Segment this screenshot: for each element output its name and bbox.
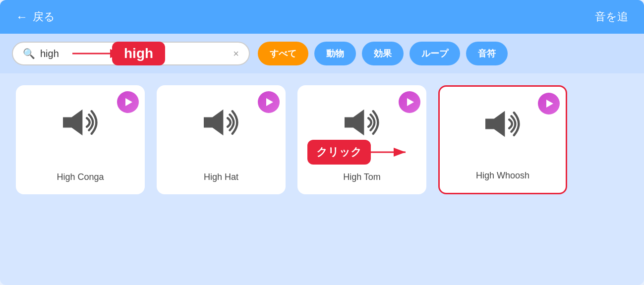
card-label-high-hat: High Hat — [204, 172, 238, 186]
speaker-icon-high-conga — [58, 105, 103, 140]
card-high-conga[interactable]: High Conga — [16, 85, 145, 194]
play-button-high-conga[interactable] — [117, 91, 139, 113]
card-high-tom[interactable]: High Tom クリック — [297, 85, 426, 194]
back-button[interactable]: ← 戻る — [16, 9, 55, 24]
filter-loop[interactable]: ループ — [410, 42, 460, 65]
header-right-text: 音を追 — [595, 9, 628, 24]
speaker-icon-high-tom — [340, 105, 384, 140]
card-high-whoosh[interactable]: High Whoosh — [438, 85, 567, 194]
content-area: High Conga High Hat — [0, 73, 644, 285]
clear-icon[interactable]: × — [233, 48, 239, 59]
play-triangle-icon — [407, 98, 414, 106]
card-high-hat[interactable]: High Hat — [157, 85, 286, 194]
click-tooltip: クリック — [307, 140, 371, 165]
header: ← 戻る 音を追 — [0, 0, 644, 34]
svg-marker-4 — [345, 110, 364, 136]
filter-all[interactable]: すべて — [258, 42, 308, 65]
filter-effects[interactable]: 効果 — [362, 42, 404, 65]
svg-marker-7 — [485, 111, 505, 137]
card-label-high-tom: High Tom — [343, 172, 381, 186]
filter-notes[interactable]: 音符 — [466, 42, 508, 65]
filter-animals[interactable]: 動物 — [314, 42, 356, 65]
svg-marker-3 — [204, 110, 223, 136]
card-label-high-whoosh: High Whoosh — [476, 171, 529, 185]
play-triangle-icon — [546, 100, 553, 108]
card-label-high-conga: High Conga — [57, 172, 104, 186]
back-label: 戻る — [33, 9, 55, 24]
app-container: ← 戻る 音を追 🔍 × high すべて 動物 — [0, 0, 644, 285]
search-box: 🔍 × high — [12, 42, 250, 65]
play-button-high-tom[interactable] — [399, 91, 420, 113]
play-triangle-icon — [266, 98, 273, 106]
click-arrow — [371, 146, 410, 158]
play-triangle-icon — [125, 98, 132, 106]
search-icon: 🔍 — [23, 48, 35, 59]
search-filter-bar: 🔍 × high すべて 動物 効果 ループ 音符 — [0, 34, 644, 73]
play-button-high-hat[interactable] — [258, 91, 280, 113]
play-button-high-whoosh[interactable] — [538, 93, 560, 114]
speaker-icon-high-whoosh — [480, 107, 525, 141]
back-arrow-icon: ← — [16, 10, 28, 24]
search-tooltip: high — [112, 42, 165, 65]
speaker-icon-high-hat — [199, 105, 243, 140]
svg-marker-2 — [63, 110, 82, 136]
filter-buttons: すべて 動物 効果 ループ 音符 — [258, 42, 508, 65]
